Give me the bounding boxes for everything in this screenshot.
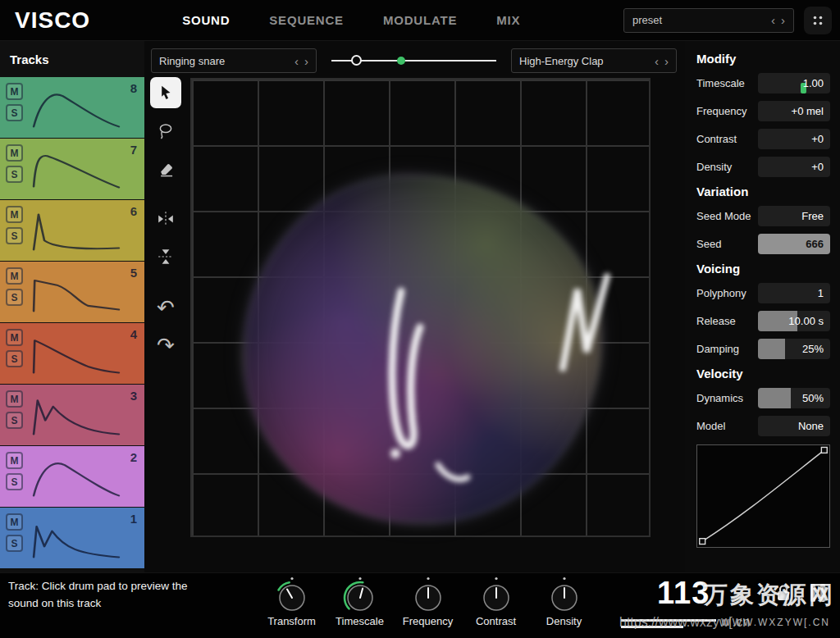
sample-b-prev-icon[interactable]: ‹ xyxy=(655,55,659,67)
parameters-panel: Modify Timescale 1.00 Frequency +0 mel C… xyxy=(685,41,840,572)
eraser-tool-button[interactable] xyxy=(150,153,181,184)
flip-horizontal-button[interactable] xyxy=(150,203,181,235)
sample-a-prev-icon[interactable]: ‹ xyxy=(294,55,299,67)
tab-sound[interactable]: SOUND xyxy=(182,13,230,27)
dynamics-label: Dynamics xyxy=(696,392,743,404)
knob-dial-icon xyxy=(274,576,310,615)
mute-solo-group: M S xyxy=(6,390,23,429)
solo-button[interactable]: S xyxy=(6,166,23,183)
preset-selector[interactable]: preset ‹ › xyxy=(623,8,794,33)
mute-button[interactable]: M xyxy=(6,513,23,531)
timescale-value[interactable]: 1.00 xyxy=(758,73,830,93)
solo-button[interactable]: S xyxy=(6,473,23,490)
main-tabs: SOUND SEQUENCE MODULATE MIX xyxy=(182,13,520,27)
track-row-8[interactable]: M S 8 xyxy=(0,77,144,138)
seed-mode-value[interactable]: Free xyxy=(758,206,830,226)
tab-sequence[interactable]: SEQUENCE xyxy=(269,13,344,27)
solo-button[interactable]: S xyxy=(6,227,23,244)
preset-label: preset xyxy=(632,14,662,26)
track-waveform xyxy=(28,85,125,131)
solo-button[interactable]: S xyxy=(6,412,23,429)
curve-handle-start[interactable] xyxy=(700,539,705,545)
timescale-knob[interactable]: Timescale xyxy=(326,576,394,627)
tab-modulate[interactable]: MODULATE xyxy=(383,13,457,27)
knob-dial-icon xyxy=(342,576,378,615)
track-waveform xyxy=(28,454,125,500)
sample-b-selector[interactable]: High-Energy Clap ‹ › xyxy=(511,48,677,73)
knob-label: Transform xyxy=(267,615,316,627)
track-row-6[interactable]: M S 6 xyxy=(0,200,144,261)
sample-a-selector[interactable]: Ringing snare ‹ › xyxy=(151,48,317,73)
track-number: 2 xyxy=(130,450,137,464)
contrast-value[interactable]: +0 xyxy=(758,129,830,149)
model-value[interactable]: None xyxy=(758,416,830,436)
sample-a-next-icon[interactable]: › xyxy=(304,55,308,67)
select-tool-button[interactable] xyxy=(150,77,181,108)
variation-section-title: Variation xyxy=(696,185,830,198)
mute-button[interactable]: M xyxy=(6,452,23,469)
sample-b-next-icon[interactable]: › xyxy=(664,55,669,67)
app-logo: VISCO xyxy=(15,7,90,34)
mute-button[interactable]: M xyxy=(6,267,23,285)
track-row-4[interactable]: M S 4 xyxy=(0,323,144,384)
lasso-tool-button[interactable] xyxy=(150,115,181,146)
sample-a-label: Ringing snare xyxy=(159,55,225,67)
watermark-chinese: 万象资源网 xyxy=(704,579,835,612)
preset-next-icon[interactable]: › xyxy=(781,14,785,26)
tab-mix[interactable]: MIX xyxy=(496,13,520,27)
transform-knob[interactable]: Transform xyxy=(258,576,326,627)
knob-label: Frequency xyxy=(403,615,453,627)
undo-icon: ↶ xyxy=(157,297,175,318)
track-waveform xyxy=(28,270,125,316)
curve-handle-end[interactable] xyxy=(821,447,827,453)
mute-button[interactable]: M xyxy=(6,144,23,162)
tracks-header: Tracks xyxy=(0,41,144,77)
solo-button[interactable]: S xyxy=(6,350,23,367)
seed-value[interactable]: 666 xyxy=(758,234,830,254)
more-menu-button[interactable] xyxy=(804,7,832,34)
morph-slider-handle[interactable] xyxy=(351,55,362,66)
mute-button[interactable]: M xyxy=(6,206,23,223)
frequency-knob[interactable]: Frequency xyxy=(394,576,462,627)
mute-solo-group: M S xyxy=(6,329,23,367)
track-row-1[interactable]: M S 1 xyxy=(0,508,144,568)
redo-button[interactable]: ↷ xyxy=(150,330,181,361)
mute-button[interactable]: M xyxy=(6,329,23,346)
release-value[interactable]: 10.00 s xyxy=(758,311,830,331)
track-row-5[interactable]: M S 5 xyxy=(0,262,144,322)
contrast-knob[interactable]: Contrast xyxy=(462,576,530,627)
mute-button[interactable]: M xyxy=(6,390,23,408)
track-row-3[interactable]: M S 3 xyxy=(0,385,144,445)
morph-position-dot[interactable] xyxy=(397,57,405,65)
track-number: 7 xyxy=(130,143,137,157)
status-text: Track: Click drum pad to preview the sou… xyxy=(8,578,217,613)
track-row-7[interactable]: M S 7 xyxy=(0,139,144,199)
spectral-canvas[interactable] xyxy=(190,78,651,537)
macro-knobs: Transform Timescale Frequency xyxy=(258,576,598,627)
velocity-curve-editor[interactable] xyxy=(696,444,830,548)
track-row-2[interactable]: M S 2 xyxy=(0,446,144,507)
undo-button[interactable]: ↶ xyxy=(150,292,181,323)
solo-button[interactable]: S xyxy=(6,535,23,552)
damping-value[interactable]: 25% xyxy=(758,339,830,359)
model-label: Model xyxy=(696,420,725,432)
spectral-highlights xyxy=(192,80,652,539)
knob-label: Contrast xyxy=(476,615,516,627)
menu-dots-icon xyxy=(811,14,824,27)
track-number: 1 xyxy=(130,512,137,526)
preset-prev-icon[interactable]: ‹ xyxy=(771,14,775,26)
frequency-value[interactable]: +0 mel xyxy=(758,101,830,121)
track-number: 6 xyxy=(130,204,137,218)
tempo-display[interactable]: 113 xyxy=(657,576,710,611)
density-value[interactable]: +0 xyxy=(758,157,830,177)
polyphony-value[interactable]: 1 xyxy=(758,283,830,303)
density-knob[interactable]: Density xyxy=(530,576,598,627)
knob-dial-icon xyxy=(478,576,514,615)
solo-button[interactable]: S xyxy=(6,289,23,306)
solo-button[interactable]: S xyxy=(6,104,23,121)
release-label: Release xyxy=(696,315,736,327)
flip-vertical-button[interactable] xyxy=(150,241,181,272)
mute-button[interactable]: M xyxy=(6,83,23,100)
morph-slider[interactable] xyxy=(331,48,496,73)
dynamics-value[interactable]: 50% xyxy=(758,388,830,408)
